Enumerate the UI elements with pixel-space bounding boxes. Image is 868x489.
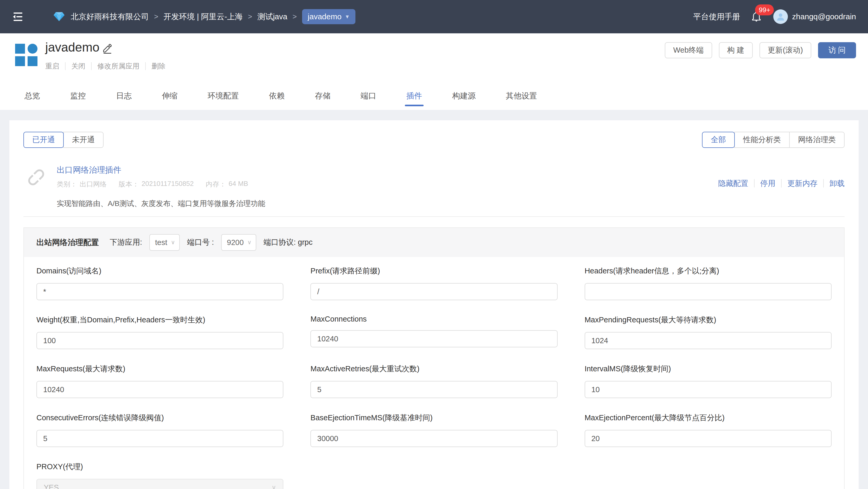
user-menu[interactable]: zhangq@goodrain xyxy=(773,9,856,24)
field-label: MaxActiveRetries(最大重试次数) xyxy=(310,364,557,374)
plugin-name-link[interactable]: 出口网络治理插件 xyxy=(57,165,265,175)
build-button[interactable]: 构 建 xyxy=(719,42,753,58)
component-tabs: 总览 监控 日志 伸缩 环境配置 依赖 存储 端口 插件 构建源 其他设置 xyxy=(0,87,868,110)
breadcrumb-separator: > xyxy=(154,12,158,21)
plugin-actions: 隐藏配置 停用 更新内存 卸载 xyxy=(712,179,845,208)
plugin-category-value: 出口网络 xyxy=(80,180,107,189)
proxy-select[interactable]: YES ∨ xyxy=(36,479,283,489)
update-memory-link[interactable]: 更新内存 xyxy=(781,179,823,188)
chain-link-icon xyxy=(20,162,52,193)
plugin-memory-label: 内存： xyxy=(206,180,226,189)
field-label: ConsecutiveErrors(连续错误降级阀值) xyxy=(36,413,283,423)
plugin-config-panel: 出站网络治理配置 下游应用: test ∨ 端口号 : 9200 ∨ 端口协议:… xyxy=(23,227,845,489)
max-requests-input[interactable] xyxy=(36,381,283,398)
plugin-version-value: 20210117150852 xyxy=(142,180,194,189)
tab-logs[interactable]: 日志 xyxy=(116,87,132,110)
tab-other-settings[interactable]: 其他设置 xyxy=(505,87,537,110)
app-logo xyxy=(15,44,38,67)
tab-scaling[interactable]: 伸缩 xyxy=(161,87,178,110)
collapse-menu-icon[interactable] xyxy=(12,11,24,22)
plugin-memory-value: 64 MB xyxy=(229,180,248,189)
disable-link[interactable]: 停用 xyxy=(754,179,781,188)
field-label: PROXY(代理) xyxy=(36,462,283,472)
config-panel-header: 出站网络治理配置 下游应用: test ∨ 端口号 : 9200 ∨ 端口协议:… xyxy=(24,228,844,257)
header-buttons: Web终端 构 建 更新(滚动) 访 问 xyxy=(665,42,856,87)
opened-plugins-tab[interactable]: 已开通 xyxy=(23,132,64,148)
max-active-retries-input[interactable] xyxy=(310,381,557,398)
plugin-description: 实现智能路由、A/B测试、灰度发布、端口复用等微服务治理功能 xyxy=(57,199,265,208)
tab-storage[interactable]: 存储 xyxy=(314,87,331,110)
tab-env-config[interactable]: 环境配置 xyxy=(207,87,239,110)
delete-link[interactable]: 删除 xyxy=(145,62,171,70)
plugin-status-toggle: 已开通 未开通 xyxy=(23,132,103,148)
app-selector-label: javademo xyxy=(308,12,342,21)
config-title: 出站网络治理配置 xyxy=(36,237,99,248)
field-max-active-retries: MaxActiveRetries(最大重试次数) xyxy=(310,364,557,398)
team-gem-icon xyxy=(53,11,65,22)
port-select[interactable]: 9200 ∨ xyxy=(221,234,256,251)
app-selector-dropdown[interactable]: javademo ▼ xyxy=(302,9,356,24)
breadcrumb-app-group[interactable]: 测试java xyxy=(257,11,287,22)
notification-count-badge: 99+ xyxy=(755,4,774,16)
tab-dependencies[interactable]: 依赖 xyxy=(269,87,285,110)
downstream-app-label: 下游应用: xyxy=(110,237,142,248)
topbar-right: 平台使用手册 99+ zhangq@goodrain xyxy=(693,9,856,24)
max-ejection-percent-input[interactable] xyxy=(585,430,832,447)
rolling-update-button[interactable]: 更新(滚动) xyxy=(760,42,811,58)
edit-name-icon[interactable] xyxy=(102,43,113,54)
prefix-input[interactable] xyxy=(310,283,557,300)
field-max-pending-requests: MaxPendingRequests(最大等待请求数) xyxy=(585,315,832,349)
not-opened-plugins-tab[interactable]: 未开通 xyxy=(63,132,103,148)
breadcrumb-env[interactable]: 开发环境 | 阿里云-上海 xyxy=(163,11,243,22)
field-label: IntervalMS(降级恢复时间) xyxy=(585,364,832,374)
consecutive-errors-input[interactable] xyxy=(36,430,283,447)
field-domains: Domains(访问域名) xyxy=(36,266,283,300)
max-connections-input[interactable] xyxy=(310,330,557,347)
tab-plugins[interactable]: 插件 xyxy=(406,87,423,110)
field-label: MaxConnections xyxy=(310,315,557,323)
field-interval-ms: IntervalMS(降级恢复时间) xyxy=(585,364,832,398)
port-value: 9200 xyxy=(227,238,244,247)
field-max-requests: MaxRequests(最大请求数) xyxy=(36,364,283,398)
tab-overview[interactable]: 总览 xyxy=(24,87,40,110)
weight-input[interactable] xyxy=(36,332,283,349)
hide-config-link[interactable]: 隐藏配置 xyxy=(712,179,754,188)
app-header: javademo 重启 关闭 修改所属应用 删除 Web终端 构 建 更新(滚动… xyxy=(0,33,868,87)
breadcrumb: 北京好雨科技有限公司 > 开发环境 | 阿里云-上海 > 测试java > ja… xyxy=(71,9,355,24)
breadcrumb-team[interactable]: 北京好雨科技有限公司 xyxy=(71,11,149,22)
field-label: Headers(请求header信息，多个以;分离) xyxy=(585,266,832,276)
field-max-connections: MaxConnections xyxy=(310,315,557,349)
domains-input[interactable] xyxy=(36,283,283,300)
notification-bell[interactable]: 99+ xyxy=(751,11,762,23)
proxy-value: YES xyxy=(44,483,59,489)
interval-ms-input[interactable] xyxy=(585,381,832,398)
base-ejection-time-input[interactable] xyxy=(310,430,557,447)
uninstall-link[interactable]: 卸载 xyxy=(823,179,845,188)
web-terminal-button[interactable]: Web终端 xyxy=(665,42,712,58)
divider xyxy=(23,217,845,217)
tab-build-source[interactable]: 构建源 xyxy=(452,87,476,110)
platform-manual-link[interactable]: 平台使用手册 xyxy=(693,11,740,22)
restart-link[interactable]: 重启 xyxy=(45,62,65,70)
headers-input[interactable] xyxy=(585,283,832,300)
chevron-down-icon: ▼ xyxy=(345,14,350,20)
category-performance-tab[interactable]: 性能分析类 xyxy=(734,132,790,148)
close-link[interactable]: 关闭 xyxy=(65,62,91,70)
visit-button[interactable]: 访 问 xyxy=(818,42,856,58)
port-protocol-text: 端口协议: grpc xyxy=(264,237,313,248)
field-label: Weight(权重,当Domain,Prefix,Headers一致时生效) xyxy=(36,315,283,325)
config-form: Domains(访问域名) Prefix(请求路径前缀) Headers(请求h… xyxy=(24,257,844,489)
category-network-tab[interactable]: 网络治理类 xyxy=(789,132,845,148)
field-label: MaxEjectionPercent(最大降级节点百分比) xyxy=(585,413,832,423)
topbar: 北京好雨科技有限公司 > 开发环境 | 阿里云-上海 > 测试java > ja… xyxy=(0,0,868,33)
content-area: 已开通 未开通 全部 性能分析类 网络治理类 出口网络治理插件 类别： 出口网络 xyxy=(0,110,868,489)
field-label: Domains(访问域名) xyxy=(36,266,283,276)
field-proxy: PROXY(代理) YES ∨ xyxy=(36,462,283,489)
tab-monitor[interactable]: 监控 xyxy=(70,87,86,110)
tab-ports[interactable]: 端口 xyxy=(360,87,377,110)
avatar xyxy=(773,9,788,24)
category-all-tab[interactable]: 全部 xyxy=(702,132,735,148)
downstream-app-select[interactable]: test ∨ xyxy=(149,234,180,251)
change-app-link[interactable]: 修改所属应用 xyxy=(91,62,145,70)
max-pending-requests-input[interactable] xyxy=(585,332,832,349)
